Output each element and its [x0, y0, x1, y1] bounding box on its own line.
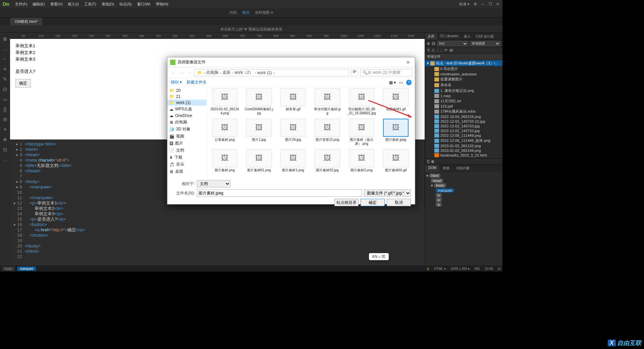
- tool-icon[interactable]: ←: [2, 56, 8, 62]
- dom-node[interactable]: p: [426, 197, 501, 202]
- file-thumbnail[interactable]: 🖼图片素材.png: [210, 149, 239, 172]
- tree-row[interactable]: 📁21: [167, 94, 207, 100]
- dom-tab[interactable]: DOM: [425, 165, 439, 172]
- file-thumbnail[interactable]: 🖼CorelDRAW素材1.jpg: [245, 88, 273, 115]
- dom-tab[interactable]: 资源: [439, 165, 453, 172]
- status-encoding[interactable]: HTML ▾: [434, 267, 446, 271]
- dom-node[interactable]: head: [426, 178, 501, 183]
- file-thumbnail[interactable]: 🖼动图素材1.gif: [381, 88, 410, 115]
- file-row[interactable]: 未命名: [425, 82, 502, 88]
- menu-item[interactable]: 查找(D): [99, 0, 117, 8]
- up-icon[interactable]: ↑: [187, 70, 192, 75]
- menu-item[interactable]: 插入(I): [65, 0, 81, 8]
- file-row[interactable]: 1.mep: [425, 94, 502, 98]
- maximize-icon[interactable]: ❐: [489, 2, 492, 6]
- link-icon[interactable]: ⛓: [432, 42, 435, 46]
- gear-icon[interactable]: ⚙: [474, 2, 477, 6]
- tree-row[interactable]: 🧊3D 对象: [167, 126, 207, 133]
- file-row[interactable]: 2022-10-04_093128.png: [425, 114, 502, 119]
- menu-item[interactable]: 窗口(W): [135, 0, 153, 8]
- document-tab[interactable]: DW教程.html*: [10, 18, 42, 25]
- tree-row[interactable]: ☁WPS云盘: [167, 106, 207, 113]
- forward-icon[interactable]: →: [179, 70, 185, 75]
- file-thumbnail[interactable]: 🖼2023-01-02_091244.png: [210, 88, 239, 115]
- file-thumbnail[interactable]: 🖼图片素材03.gif: [381, 149, 410, 172]
- back-icon[interactable]: ←: [170, 70, 177, 75]
- dom-node[interactable]: marquee: [426, 188, 501, 193]
- tree-row[interactable]: ☁OneDrive: [167, 113, 207, 119]
- tool-icon[interactable]: ⊕: [2, 137, 8, 142]
- tool-icon[interactable]: {}: [2, 107, 8, 112]
- tool-icon[interactable]: ⊞: [2, 36, 8, 42]
- close-icon[interactable]: ✕: [404, 60, 412, 65]
- menu-item[interactable]: 站点(S): [117, 0, 135, 8]
- tree-row[interactable]: 📄文档: [167, 147, 207, 154]
- menu-item[interactable]: 工具(T): [82, 0, 99, 8]
- file-thumbnail[interactable]: 🖼图片素材（显示屏）.png: [347, 119, 376, 146]
- zoom-icon[interactable]: ◈: [427, 41, 430, 46]
- tree-row[interactable]: ⬇下载: [167, 154, 207, 161]
- file-thumbnail[interactable]: 🖼图片背景12.png: [313, 119, 342, 146]
- action-icon[interactable]: ↑: [437, 48, 439, 52]
- file-thumbnail[interactable]: 🖼图片24.jpg: [279, 119, 308, 146]
- breadcrumb[interactable]: marquee: [17, 267, 36, 271]
- breadcrumb[interactable]: body: [2, 267, 15, 271]
- tool-icon[interactable]: ⊡: [2, 147, 8, 152]
- panel-tab[interactable]: 插入: [461, 33, 473, 40]
- file-thumbnail[interactable]: 🖼图片1.jpg: [245, 119, 273, 146]
- layout-label[interactable]: 标准 ▾: [459, 2, 470, 7]
- file-row[interactable]: 2022-12-02_143733.jpg: [425, 128, 502, 133]
- tool-icon[interactable]: ≡: [2, 66, 8, 72]
- action-icon[interactable]: ⟳: [444, 48, 447, 52]
- site-root-row[interactable]: ▾站点 - test (D:\tools\桌面\work（2）\work (..…: [425, 60, 502, 66]
- search-input[interactable]: 🔍 在 work (1) 中搜索: [360, 69, 412, 76]
- file-thumbnail[interactable]: 🖼图片素材2.png: [347, 149, 376, 172]
- file-row[interactable]: 2022-12-02_143733.jpg: [425, 124, 502, 128]
- file-thumbnail[interactable]: 🖼图片素材1.png: [279, 149, 308, 172]
- view-code[interactable]: 代码: [229, 10, 237, 15]
- tool-icon[interactable]: ≡: [2, 127, 8, 132]
- refresh-icon[interactable]: C: [427, 159, 430, 164]
- tool-icon[interactable]: ⊟: [2, 117, 8, 122]
- file-row[interactable]: 11月28日.srt: [425, 98, 502, 104]
- tool-icon[interactable]: ▭: [2, 97, 8, 102]
- dom-tab[interactable]: 代码片断: [453, 165, 473, 172]
- action-icon[interactable]: ↓: [440, 48, 442, 52]
- file-row[interactable]: 2023-01-02_091132.png: [425, 143, 502, 148]
- menu-item[interactable]: 文件(F): [12, 0, 30, 8]
- file-row[interactable]: li-导出图片: [425, 66, 502, 72]
- status-sync-icon[interactable]: ⊡: [498, 267, 500, 271]
- file-row[interactable]: 17种头脑风暴法.eddx: [425, 109, 502, 114]
- dom-node[interactable]: ▾ html: [426, 173, 501, 178]
- tree-row[interactable]: 🖥此电脑: [167, 119, 207, 126]
- tool-icon[interactable]: ⊡: [2, 86, 8, 92]
- file-row[interactable]: 123.pdf: [425, 104, 502, 109]
- file-row[interactable]: 2022-12-08_111449_副本.png: [425, 138, 502, 143]
- menu-item[interactable]: 查看(V): [48, 0, 65, 8]
- tool-icon[interactable]: …: [2, 46, 8, 52]
- action-icon[interactable]: ▤: [449, 48, 453, 52]
- file-row[interactable]: 批量调整图片: [425, 76, 502, 82]
- file-row[interactable]: 1. 康奈尔笔记法.png: [425, 88, 502, 94]
- cancel-button[interactable]: 取消: [387, 199, 411, 206]
- tree-row[interactable]: 🎵音乐: [167, 161, 207, 168]
- filetype-select[interactable]: 图像文件 (*.gif;*.jpg;*.jpeg;*.p: [364, 189, 411, 197]
- view-select[interactable]: 本地视图: [470, 41, 500, 46]
- dom-node[interactable]: p: [426, 193, 501, 197]
- ok-button[interactable]: 确定: [361, 199, 385, 206]
- newfolder-button[interactable]: 新建文件夹: [186, 79, 207, 85]
- file-row[interactable]: bookmarks_2023_3_22.html: [425, 153, 502, 158]
- organize-button[interactable]: 组织 ▾: [171, 79, 182, 85]
- tool-icon[interactable]: ✎: [2, 76, 8, 82]
- preview-pane-icon[interactable]: ▭: [399, 80, 403, 85]
- dom-node[interactable]: a: [426, 202, 501, 207]
- action-icon[interactable]: ↯: [427, 48, 430, 52]
- minimize-icon[interactable]: —: [481, 2, 485, 6]
- file-row[interactable]: 2022-12-02_143733 (2).jpg: [425, 119, 502, 124]
- filename-input[interactable]: [197, 189, 362, 197]
- site-select[interactable]: test: [437, 41, 468, 46]
- tree-row[interactable]: 📁work (1): [167, 100, 207, 106]
- file-thumbnail[interactable]: 🖼图片素材02.jpg: [313, 149, 342, 172]
- help-icon[interactable]: ?: [406, 80, 412, 85]
- view-mode-icon[interactable]: ▦ ▾: [389, 80, 396, 85]
